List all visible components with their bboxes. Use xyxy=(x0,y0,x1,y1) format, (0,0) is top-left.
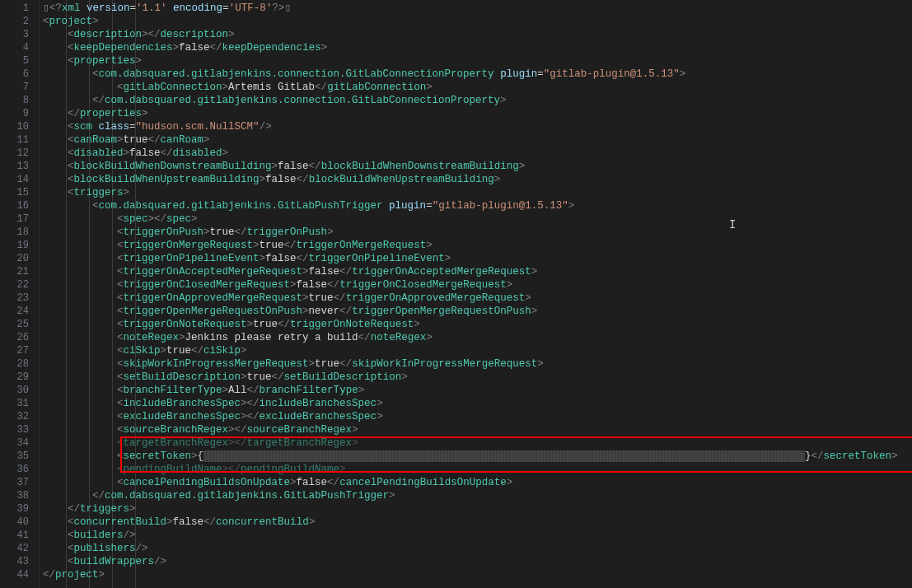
line-number: 43 xyxy=(0,555,39,568)
code-line[interactable]: <triggerOpenMergeRequestOnPush>never</tr… xyxy=(40,305,912,318)
line-number: 23 xyxy=(0,292,39,305)
line-number: 28 xyxy=(0,357,39,371)
code-line[interactable]: <keepDependencies>false</keepDependencie… xyxy=(40,41,912,54)
code-line[interactable]: <triggerOnPipelineEvent>false</triggerOn… xyxy=(40,252,912,265)
line-number: 8 xyxy=(0,94,39,107)
code-line[interactable]: <skipWorkInProgressMergeRequest>true</sk… xyxy=(40,357,912,371)
line-number: 11 xyxy=(0,133,39,147)
line-number: 21 xyxy=(0,265,39,278)
line-number: 2 xyxy=(0,15,39,28)
code-line[interactable]: <blockBuildWhenDownstreamBuilding>false<… xyxy=(40,160,912,173)
code-line[interactable]: <excludeBranchesSpec></excludeBranchesSp… xyxy=(40,410,912,423)
code-line[interactable]: <sourceBranchRegex></sourceBranchRegex> xyxy=(40,423,912,436)
code-line[interactable]: <buildWrappers/> xyxy=(40,555,912,568)
code-line[interactable]: <pendingBuildName></pendingBuildName> xyxy=(40,463,912,476)
line-number: 41 xyxy=(0,529,39,542)
line-number: 19 xyxy=(0,239,39,252)
line-number: 1 xyxy=(0,2,39,15)
code-line[interactable]: <includeBranchesSpec></includeBranchesSp… xyxy=(40,397,912,410)
line-number: 34 xyxy=(0,436,39,450)
code-line[interactable]: <triggers> xyxy=(40,186,912,199)
line-number: 37 xyxy=(0,476,39,489)
line-number: 29 xyxy=(0,371,39,384)
line-number: 22 xyxy=(0,278,39,292)
code-line[interactable]: <noteRegex>Jenkins please retry a build<… xyxy=(40,331,912,344)
code-line[interactable]: <canRoam>true</canRoam> xyxy=(40,133,912,147)
line-number: 40 xyxy=(0,516,39,529)
line-number: 6 xyxy=(0,68,39,81)
line-number: 30 xyxy=(0,384,39,397)
code-line[interactable]: <com.dabsquared.gitlabjenkins.connection… xyxy=(40,68,912,81)
line-number: 44 xyxy=(0,568,39,581)
code-editor[interactable]: 1234567891011121314151617181920212223242… xyxy=(0,0,912,588)
line-number: 31 xyxy=(0,397,39,410)
line-number: 26 xyxy=(0,331,39,344)
code-line[interactable]: <triggerOnClosedMergeRequest>false</trig… xyxy=(40,278,912,292)
line-number: 17 xyxy=(0,212,39,226)
line-number: 39 xyxy=(0,502,39,516)
code-line[interactable]: </project> xyxy=(40,568,912,581)
line-number: 12 xyxy=(0,147,39,160)
line-number: 20 xyxy=(0,252,39,265)
line-number: 25 xyxy=(0,318,39,331)
line-number: 42 xyxy=(0,542,39,555)
code-line[interactable]: <ciSkip>true</ciSkip> xyxy=(40,344,912,357)
line-number: 15 xyxy=(0,186,39,199)
line-number: 18 xyxy=(0,226,39,239)
line-number: 27 xyxy=(0,344,39,357)
code-line[interactable]: ▯<?xml version='1.1' encoding='UTF-8'?>▯ xyxy=(40,2,912,15)
code-line[interactable]: </triggers> xyxy=(40,502,912,516)
code-line[interactable]: <setBuildDescription>true</setBuildDescr… xyxy=(40,371,912,384)
code-line[interactable]: <secretToken>{}</secretToken> xyxy=(40,450,912,463)
line-number: 10 xyxy=(0,120,39,133)
line-number: 14 xyxy=(0,173,39,186)
line-number: 16 xyxy=(0,199,39,212)
code-line[interactable]: <triggerOnAcceptedMergeRequest>false</tr… xyxy=(40,265,912,278)
line-number: 35 xyxy=(0,450,39,463)
code-line[interactable]: <builders/> xyxy=(40,529,912,542)
code-line[interactable]: </properties> xyxy=(40,107,912,120)
code-area[interactable]: ▯<?xml version='1.1' encoding='UTF-8'?>▯… xyxy=(40,0,912,588)
code-line[interactable]: <disabled>false</disabled> xyxy=(40,147,912,160)
code-line[interactable]: <triggerOnPush>true</triggerOnPush> xyxy=(40,226,912,239)
line-number: 3 xyxy=(0,28,39,41)
line-number: 32 xyxy=(0,410,39,423)
code-line[interactable]: <concurrentBuild>false</concurrentBuild> xyxy=(40,516,912,529)
code-line[interactable]: <spec></spec> xyxy=(40,212,912,226)
code-line[interactable]: <cancelPendingBuildsOnUpdate>false</canc… xyxy=(40,476,912,489)
line-number: 33 xyxy=(0,423,39,436)
code-line[interactable]: <gitLabConnection>Artemis GitLab</gitLab… xyxy=(40,81,912,94)
line-number: 24 xyxy=(0,305,39,318)
code-line[interactable]: <triggerOnApprovedMergeRequest>true</tri… xyxy=(40,292,912,305)
line-number: 13 xyxy=(0,160,39,173)
code-line[interactable]: <branchFilterType>All</branchFilterType> xyxy=(40,384,912,397)
line-number: 9 xyxy=(0,107,39,120)
line-number: 7 xyxy=(0,81,39,94)
code-line[interactable]: <blockBuildWhenUpstreamBuilding>false</b… xyxy=(40,173,912,186)
code-line[interactable]: <targetBranchRegex></targetBranchRegex> xyxy=(40,436,912,450)
code-line[interactable]: </com.dabsquared.gitlabjenkins.GitLabPus… xyxy=(40,489,912,502)
code-line[interactable]: <scm class="hudson.scm.NullSCM"/> xyxy=(40,120,912,133)
code-line[interactable]: <com.dabsquared.gitlabjenkins.GitLabPush… xyxy=(40,199,912,212)
code-line[interactable]: <triggerOnMergeRequest>true</triggerOnMe… xyxy=(40,239,912,252)
line-number-gutter: 1234567891011121314151617181920212223242… xyxy=(0,0,40,588)
code-line[interactable]: <project> xyxy=(40,15,912,28)
line-number: 5 xyxy=(0,54,39,68)
code-line[interactable]: <publishers/> xyxy=(40,542,912,555)
code-line[interactable]: </com.dabsquared.gitlabjenkins.connectio… xyxy=(40,94,912,107)
line-number: 4 xyxy=(0,41,39,54)
code-line[interactable]: <description></description> xyxy=(40,28,912,41)
code-line[interactable]: <properties> xyxy=(40,54,912,68)
line-number: 36 xyxy=(0,463,39,476)
code-line[interactable]: <triggerOnNoteRequest>true</triggerOnNot… xyxy=(40,318,912,331)
line-number: 38 xyxy=(0,489,39,502)
